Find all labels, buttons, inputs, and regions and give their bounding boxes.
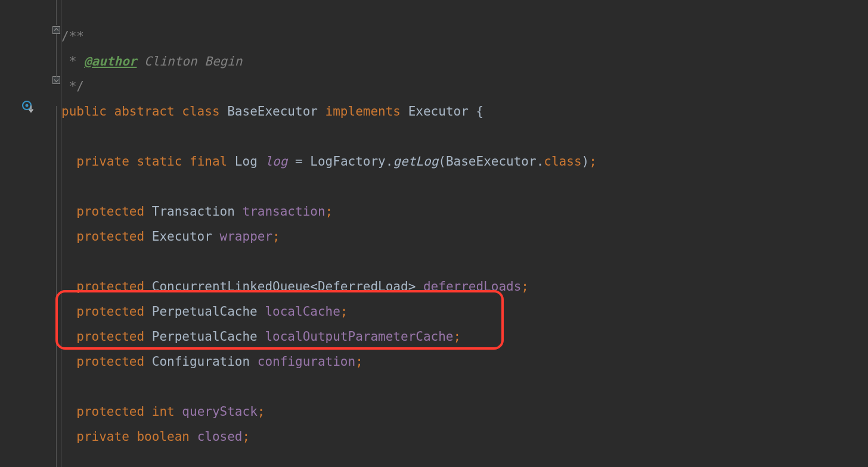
type-perpetualcache: PerpetualCache — [152, 329, 258, 344]
semicolon: ; — [355, 354, 363, 369]
code-line-blank[interactable] — [61, 249, 868, 274]
keyword-boolean: boolean — [137, 429, 190, 444]
class-name: BaseExecutor — [227, 104, 318, 119]
keyword-int: int — [152, 404, 175, 419]
field-querystack: queryStack — [182, 404, 257, 419]
lparen: ( — [438, 154, 446, 169]
interface-name: Executor — [408, 104, 469, 119]
method-getlog: getLog — [393, 154, 438, 169]
override-gutter-icon[interactable] — [21, 100, 36, 114]
semicolon: ; — [454, 329, 461, 344]
field-log: log — [265, 154, 287, 169]
brace-open: { — [476, 104, 483, 119]
field-wrapper: wrapper — [220, 229, 273, 244]
code-line-localcache[interactable]: protected PerpetualCache localCache; — [61, 299, 868, 324]
keyword-protected: protected — [76, 304, 144, 319]
keyword-protected: protected — [76, 204, 144, 219]
keyword-protected: protected — [76, 354, 144, 369]
dot: . — [537, 154, 544, 169]
code-line-blank[interactable] — [61, 174, 868, 199]
semicolon: ; — [521, 279, 529, 294]
doc-comment-open: /** — [61, 29, 84, 43]
code-line-deferredloads[interactable]: protected ConcurrentLinkedQueue<Deferred… — [61, 274, 868, 299]
keyword-implements: implements — [326, 104, 401, 119]
semicolon: ; — [243, 429, 250, 444]
code-editor[interactable]: /** * @author Clinton Begin */ public ab… — [0, 0, 868, 467]
type-configuration: Configuration — [152, 354, 250, 369]
semicolon: ; — [589, 154, 597, 169]
fold-guide-doc — [56, 34, 57, 77]
code-line[interactable]: /** — [61, 24, 868, 49]
rparen: ) — [582, 154, 590, 169]
keyword-private: private — [76, 154, 129, 169]
code-line-class-decl[interactable]: public abstract class BaseExecutor imple… — [61, 99, 868, 124]
gt: > — [408, 279, 416, 294]
semicolon: ; — [326, 204, 333, 219]
code-line-wrapper[interactable]: protected Executor wrapper; — [61, 224, 868, 249]
field-localcache: localCache — [265, 304, 340, 319]
keyword-class: class — [182, 104, 219, 119]
code-line-configuration[interactable]: protected Configuration configuration; — [61, 349, 868, 374]
type-clq: ConcurrentLinkedQueue — [152, 279, 311, 294]
dot: . — [386, 154, 393, 169]
field-closed: closed — [197, 429, 243, 444]
semicolon: ; — [272, 229, 280, 244]
fold-handle-doc[interactable] — [52, 26, 60, 34]
javadoc-author-tag: @author — [84, 54, 137, 69]
svg-point-1 — [26, 104, 29, 107]
gutter[interactable] — [0, 0, 61, 467]
code-line-closed[interactable]: private boolean closed; — [61, 424, 868, 449]
code-line[interactable]: */ — [61, 74, 868, 99]
type-baseexecutor-arg: BaseExecutor — [446, 154, 537, 169]
keyword-abstract: abstract — [114, 104, 175, 119]
doc-comment-star: * — [61, 54, 84, 69]
gutter-fold-strip — [52, 0, 61, 467]
code-area[interactable]: /** * @author Clinton Begin */ public ab… — [61, 0, 868, 467]
keyword-public: public — [61, 104, 107, 119]
code-line-querystack[interactable]: protected int queryStack; — [61, 399, 868, 424]
code-line-log[interactable]: private static final Log log = LogFactor… — [61, 149, 868, 174]
type-transaction: Transaction — [152, 204, 235, 219]
code-line-blank[interactable] — [61, 374, 868, 399]
field-configuration: configuration — [258, 354, 355, 369]
keyword-class-token: class — [544, 154, 581, 169]
fold-guide-line — [56, 106, 57, 467]
semicolon: ; — [258, 404, 265, 419]
equals: = — [287, 154, 310, 169]
javadoc-author-name: Clinton Begin — [137, 54, 242, 69]
keyword-protected: protected — [76, 329, 144, 344]
doc-comment-close: */ — [61, 79, 84, 94]
field-localoutputparametercache: localOutputParameterCache — [265, 329, 453, 344]
code-line-blank[interactable] — [61, 124, 868, 149]
type-logfactory: LogFactory — [310, 154, 385, 169]
code-line-localoutputparametercache[interactable]: protected PerpetualCache localOutputPara… — [61, 324, 868, 349]
field-deferredloads: deferredLoads — [423, 279, 521, 294]
code-line[interactable]: * @author Clinton Begin — [61, 49, 868, 74]
type-executor: Executor — [152, 229, 212, 244]
keyword-static: static — [137, 154, 182, 169]
type-deferredload: DeferredLoad — [318, 279, 408, 294]
code-line-transaction[interactable]: protected Transaction transaction; — [61, 199, 868, 224]
keyword-final: final — [190, 154, 227, 169]
fold-handle-doc-end[interactable] — [52, 76, 60, 84]
type-perpetualcache: PerpetualCache — [152, 304, 258, 319]
keyword-protected: protected — [76, 279, 144, 294]
fold-guide-line — [56, 0, 57, 25]
lt: < — [310, 279, 318, 294]
semicolon: ; — [340, 304, 348, 319]
keyword-protected: protected — [76, 404, 144, 419]
type-log: Log — [235, 154, 258, 169]
keyword-protected: protected — [76, 229, 144, 244]
field-transaction: transaction — [242, 204, 325, 219]
keyword-private: private — [76, 429, 129, 444]
